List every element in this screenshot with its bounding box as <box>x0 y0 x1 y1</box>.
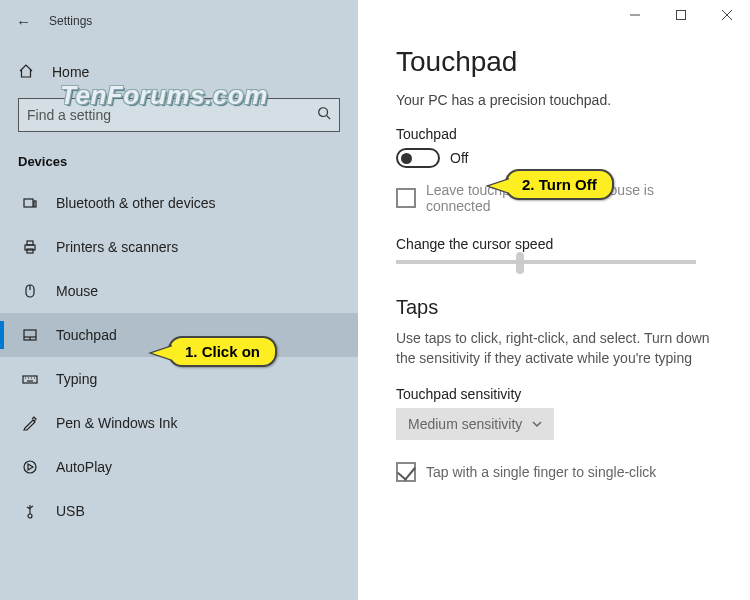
window-controls <box>358 0 750 42</box>
pen-icon <box>22 415 38 431</box>
sidebar: ← Settings Home Devices Bluetooth & othe… <box>0 0 358 600</box>
home-label: Home <box>52 64 89 80</box>
sidebar-section-header: Devices <box>0 132 358 177</box>
sidebar-item-printers[interactable]: Printers & scanners <box>0 225 358 269</box>
sidebar-item-bluetooth[interactable]: Bluetooth & other devices <box>0 181 358 225</box>
touchpad-toggle[interactable] <box>396 148 440 168</box>
sidebar-item-usb[interactable]: USB <box>0 489 358 533</box>
touchpad-icon <box>22 327 38 343</box>
svg-rect-4 <box>27 241 33 245</box>
single-tap-label: Tap with a single finger to single-click <box>426 464 656 480</box>
sidebar-item-label: Pen & Windows Ink <box>56 415 177 431</box>
close-button[interactable] <box>704 0 750 30</box>
page-description: Your PC has a precision touchpad. <box>396 92 720 108</box>
svg-rect-11 <box>23 376 37 383</box>
search-box[interactable] <box>18 98 340 132</box>
sidebar-item-label: USB <box>56 503 85 519</box>
checkbox-icon <box>396 188 416 208</box>
cursor-speed-slider[interactable] <box>396 260 696 264</box>
search-input[interactable] <box>27 107 317 123</box>
back-arrow-icon[interactable]: ← <box>16 13 31 30</box>
sidebar-item-label: Typing <box>56 371 97 387</box>
single-tap-checkbox[interactable] <box>396 462 416 482</box>
sensitivity-value: Medium sensitivity <box>408 416 522 432</box>
usb-icon <box>22 503 38 519</box>
annotation-callout-2: 2. Turn Off <box>505 169 614 200</box>
svg-point-18 <box>28 514 32 518</box>
toggle-state-text: Off <box>450 150 468 166</box>
sidebar-item-label: Mouse <box>56 283 98 299</box>
window-title: Settings <box>49 14 92 28</box>
taps-title: Taps <box>396 296 720 319</box>
slider-thumb[interactable] <box>516 252 524 274</box>
svg-rect-1 <box>24 199 33 207</box>
search-icon <box>317 106 331 124</box>
svg-rect-21 <box>677 11 686 20</box>
sensitivity-label: Touchpad sensitivity <box>396 386 720 402</box>
toggle-label: Touchpad <box>396 126 720 142</box>
home-icon <box>18 63 34 82</box>
svg-point-17 <box>24 461 36 473</box>
devices-icon <box>22 195 38 211</box>
minimize-button[interactable] <box>612 0 658 30</box>
cursor-speed-label: Change the cursor speed <box>396 236 720 252</box>
sensitivity-dropdown[interactable]: Medium sensitivity <box>396 408 554 440</box>
sidebar-item-home[interactable]: Home <box>18 52 340 92</box>
page-title: Touchpad <box>396 46 720 78</box>
sidebar-item-autoplay[interactable]: AutoPlay <box>0 445 358 489</box>
autoplay-icon <box>22 459 38 475</box>
settings-window: ← Settings Home Devices Bluetooth & othe… <box>0 0 750 600</box>
svg-rect-2 <box>34 201 36 207</box>
sidebar-item-label: AutoPlay <box>56 459 112 475</box>
taps-description: Use taps to click, right-click, and sele… <box>396 329 720 368</box>
maximize-button[interactable] <box>658 0 704 30</box>
toggle-knob <box>401 153 412 164</box>
printer-icon <box>22 239 38 255</box>
chevron-down-icon <box>532 419 542 429</box>
keyboard-icon <box>22 371 38 387</box>
titlebar-left: ← Settings <box>0 0 358 42</box>
sidebar-item-label: Printers & scanners <box>56 239 178 255</box>
sidebar-item-mouse[interactable]: Mouse <box>0 269 358 313</box>
svg-point-0 <box>319 108 328 117</box>
sidebar-item-label: Touchpad <box>56 327 117 343</box>
main-pane: Touchpad Your PC has a precision touchpa… <box>358 0 750 600</box>
mouse-icon <box>22 283 38 299</box>
sidebar-item-pen[interactable]: Pen & Windows Ink <box>0 401 358 445</box>
annotation-callout-1: 1. Click on <box>168 336 277 367</box>
sidebar-item-label: Bluetooth & other devices <box>56 195 216 211</box>
